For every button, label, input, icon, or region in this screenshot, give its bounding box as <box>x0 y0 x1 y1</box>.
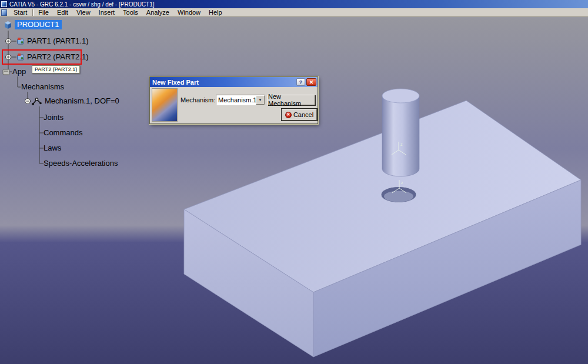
part2-tooltip: PART2 (PART2.1) <box>32 65 80 74</box>
tree-node-label: PART1 (PART1.1) <box>27 36 89 46</box>
document-icon[interactable] <box>1 9 7 16</box>
cancel-button[interactable]: ✕ Cancel <box>282 109 317 121</box>
menu-separator <box>32 9 33 16</box>
hole[interactable] <box>381 187 416 203</box>
cancel-icon: ✕ <box>285 112 292 118</box>
viewport-3d[interactable]: z z <box>0 17 588 364</box>
part-icon <box>16 37 25 45</box>
tree-node-label: PART2 (PART2.1) <box>27 52 89 62</box>
expand-icon-part1[interactable] <box>6 39 11 44</box>
axis-z-label: z <box>400 142 403 146</box>
window-title: CATIA V5 - GRC 6.2.1 - csvw / shg / def … <box>9 1 155 8</box>
tree-node-label: PRODUCT1 <box>15 20 62 29</box>
applications-icon <box>2 68 10 76</box>
tree-node-part2[interactable]: PART2 (PART2.1) <box>16 52 89 62</box>
mechanism-label: Mechanism: <box>181 96 215 103</box>
menu-item-start[interactable]: Start <box>9 8 31 16</box>
dialog-body: Mechanism: Mechanism.1 ▼ New Mechanism ✕… <box>150 87 318 123</box>
dropdown-arrow-icon[interactable]: ▼ <box>256 95 265 105</box>
tree-node-speeds-accelerations[interactable]: Speeds-Accelerations <box>44 158 118 169</box>
new-fixed-part-dialog: New Fixed Part ? ✕ Mechanism: Mechanism.… <box>149 76 318 124</box>
dialog-titlebar[interactable]: New Fixed Part ? ✕ <box>150 77 318 87</box>
part-icon <box>16 53 25 61</box>
menu-item-tools[interactable]: Tools <box>119 8 142 16</box>
collapse-icon-mechanism1[interactable] <box>25 99 31 104</box>
tree-node-mechanisms[interactable]: Mechanisms <box>21 82 64 92</box>
menu-item-help[interactable]: Help <box>205 8 226 16</box>
cylinder[interactable] <box>382 89 419 176</box>
cancel-button-label: Cancel <box>293 111 313 118</box>
fixed-part-artwork <box>152 88 178 122</box>
menu-item-view[interactable]: View <box>72 8 95 16</box>
tree-node-commands[interactable]: Commands <box>44 128 82 138</box>
menu-item-analyze[interactable]: Analyze <box>142 8 173 16</box>
tree-node-applications[interactable]: App <box>2 66 26 77</box>
dialog-title: New Fixed Part <box>152 79 295 86</box>
tree-node-label: Mechanism.1, DOF=0 <box>45 96 119 106</box>
tree-node-mechanism1[interactable]: Mechanism.1, DOF=0 <box>31 96 119 106</box>
axis-z-label: z <box>401 181 403 185</box>
new-mechanism-button-label: New Mechanism <box>268 93 315 107</box>
mechanism-icon <box>31 97 42 106</box>
catia-window: CATIA V5 - GRC 6.2.1 - csvw / shg / def … <box>0 0 588 364</box>
mechanism-combobox[interactable]: Mechanism.1 ▼ <box>216 95 265 105</box>
new-mechanism-button[interactable]: New Mechanism <box>268 95 315 105</box>
dialog-close-button[interactable]: ✕ <box>306 78 316 86</box>
tree-node-label: Speeds-Accelerations <box>44 159 118 168</box>
tree-node-label: App <box>12 67 26 76</box>
specification-tree: PRODUCT1 PART1 (PART1.1) PART2 (PART2.1) <box>0 17 153 193</box>
tree-node-label: Mechanisms <box>21 82 64 92</box>
product-icon <box>4 21 12 29</box>
menu-item-insert[interactable]: Insert <box>95 8 119 16</box>
mechanism-combobox-value: Mechanism.1 <box>216 96 256 103</box>
tree-node-laws[interactable]: Laws <box>44 143 61 153</box>
menubar: Start File Edit View Insert Tools Analyz… <box>0 8 588 17</box>
tree-node-joints[interactable]: Joints <box>44 112 64 123</box>
menu-item-file[interactable]: File <box>34 8 53 16</box>
menu-item-edit[interactable]: Edit <box>53 8 72 16</box>
titlebar: CATIA V5 - GRC 6.2.1 - csvw / shg / def … <box>0 0 588 8</box>
tree-node-label: Laws <box>44 143 61 153</box>
tree-node-part1[interactable]: PART1 (PART1.1) <box>16 36 89 46</box>
app-icon <box>1 1 7 7</box>
dialog-help-button[interactable]: ? <box>296 78 305 86</box>
tree-node-product1[interactable]: PRODUCT1 <box>4 19 62 30</box>
expand-icon-part2[interactable] <box>6 55 11 60</box>
tree-node-label: Joints <box>44 113 64 122</box>
tree-node-label: Commands <box>44 128 82 138</box>
menu-item-window[interactable]: Window <box>173 8 205 16</box>
